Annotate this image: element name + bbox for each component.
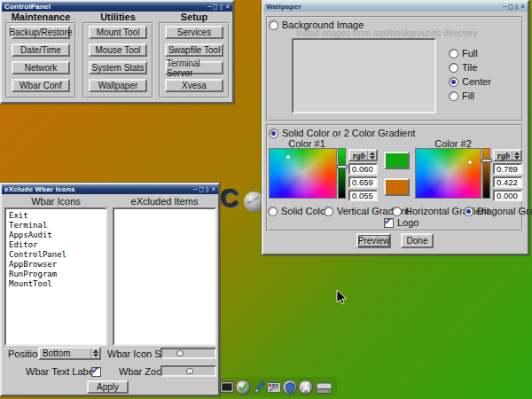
services-button[interactable]: Services xyxy=(165,26,223,39)
list-item[interactable]: Terminal xyxy=(6,221,106,231)
dock-mount-tool-drive-icon[interactable] xyxy=(315,379,334,395)
list-item[interactable]: AppBrowser xyxy=(6,260,106,270)
mode-tile-radio[interactable]: Tile xyxy=(449,62,477,73)
color2-b-field[interactable] xyxy=(493,190,522,201)
color1-b-field[interactable] xyxy=(348,190,378,201)
xvesa-button[interactable]: Xvesa xyxy=(165,79,223,92)
dock-apps-audit-icon[interactable] xyxy=(235,379,251,395)
color1-r-field[interactable] xyxy=(348,163,378,175)
dock-run-program-icon[interactable] xyxy=(298,379,314,395)
solid-color-label: Solid Color xyxy=(281,206,329,216)
close-icon[interactable]: × xyxy=(225,4,230,11)
list-item[interactable]: MountTool xyxy=(6,279,106,289)
preview-button[interactable]: Preview xyxy=(356,233,391,248)
radio-dot xyxy=(464,207,473,216)
radio-dot xyxy=(269,20,278,30)
solid-color-radio[interactable]: Solid Color xyxy=(268,206,329,216)
minimize-icon[interactable]: – xyxy=(193,186,198,193)
tinycore-logo-text: tiny core xyxy=(246,195,261,206)
color2-swatch xyxy=(384,178,410,196)
shade-icon[interactable]: ▯ xyxy=(205,186,209,193)
color2-value-slider[interactable] xyxy=(482,148,490,199)
shade-icon[interactable]: ▯ xyxy=(514,4,519,11)
done-button[interactable]: Done xyxy=(401,233,434,248)
mouse-cursor xyxy=(336,289,348,310)
background-image-list[interactable] xyxy=(292,38,436,113)
position-choice[interactable]: Bottom xyxy=(38,347,101,360)
minimize-icon[interactable]: – xyxy=(503,4,507,11)
icon-size-handle[interactable] xyxy=(176,350,184,356)
logo-label: Logo xyxy=(397,217,419,228)
column-header-maintenance: Maintenance xyxy=(5,12,76,22)
shade-icon[interactable]: ▯ xyxy=(219,4,223,11)
maximize-icon[interactable]: □ xyxy=(509,4,513,11)
list-item[interactable]: ControlPanel xyxy=(6,250,106,260)
radio-dot xyxy=(449,91,458,101)
backup-restore-button[interactable]: Backup/Restore xyxy=(12,26,70,39)
network-button[interactable]: Network xyxy=(12,61,70,74)
date-time-button[interactable]: Date/Time xyxy=(12,43,70,57)
radio-dot xyxy=(324,207,333,216)
apply-button[interactable]: Apply xyxy=(87,380,129,394)
exclude-titlebar[interactable]: eXclude Wbar Icons – □ ▯ × xyxy=(2,184,218,194)
dock-terminal-icon[interactable] xyxy=(219,379,235,395)
color1-slider-handle[interactable] xyxy=(337,165,348,168)
window-title: ControlPanel xyxy=(4,3,51,11)
zoom-handle[interactable] xyxy=(186,368,193,374)
maximize-icon[interactable]: □ xyxy=(200,186,204,193)
color2-picker-field[interactable] xyxy=(415,148,481,199)
wallpaper-button[interactable]: Wallpaper xyxy=(89,79,147,92)
diagonal-gradient-label: Diagonal Gradient xyxy=(477,206,532,216)
color1-picker-field[interactable] xyxy=(269,148,337,199)
color1-g-field[interactable] xyxy=(348,176,378,188)
wallpaper-titlebar[interactable]: Wallpaper – □ ▯ × xyxy=(263,2,528,12)
stepper-arrows-icon xyxy=(367,151,376,160)
close-icon[interactable]: × xyxy=(520,4,525,11)
mode-center-radio[interactable]: Center xyxy=(449,76,491,87)
dock-editor-pen-icon[interactable] xyxy=(251,379,267,395)
diagonal-gradient-radio[interactable]: Diagonal Gradient xyxy=(464,206,532,216)
system-stats-button[interactable]: System Stats xyxy=(89,61,147,74)
logo-checkbox[interactable] xyxy=(384,218,394,228)
close-icon[interactable]: × xyxy=(211,186,215,193)
wbar-text-labels-checkbox[interactable] xyxy=(91,367,101,377)
radio-dot xyxy=(449,63,458,73)
color1-value-slider[interactable] xyxy=(338,148,346,199)
dock-control-panel-icon[interactable] xyxy=(266,379,282,395)
mode-full-radio[interactable]: Full xyxy=(449,48,478,59)
wbar-conf-button[interactable]: Wbar Conf xyxy=(12,79,70,92)
minimize-icon[interactable]: – xyxy=(207,4,212,11)
list-item[interactable]: Editor xyxy=(6,240,106,250)
color1-marker[interactable] xyxy=(286,155,290,159)
logo-checkbox-row[interactable]: Logo xyxy=(384,217,419,228)
wbar-icon-size-slider[interactable] xyxy=(160,348,216,359)
color2-g-field[interactable] xyxy=(493,176,522,188)
color1-mode-label: rgb xyxy=(350,151,367,160)
control-panel-titlebar[interactable]: ControlPanel – □ ▯ × xyxy=(2,2,232,12)
color2-mode-choice[interactable]: rgb xyxy=(493,149,522,161)
color1-mode-choice[interactable]: rgb xyxy=(348,149,378,161)
list-item[interactable]: RunProgram xyxy=(6,270,106,279)
list-item[interactable]: AppsAudit xyxy=(6,231,106,240)
terminal-server-button[interactable]: Terminal Server xyxy=(165,61,223,74)
wbar-zoom-slider[interactable] xyxy=(160,365,216,377)
swapfile-tool-button[interactable]: Swapfile Tool xyxy=(165,43,223,57)
color2-r-field[interactable] xyxy=(493,163,522,175)
solid-gradient-label: Solid Color or 2 Color Gradient xyxy=(282,128,415,138)
control-panel-window: ControlPanel – □ ▯ × Maintenance Utiliti… xyxy=(0,0,234,104)
wbar-icons-list[interactable]: Exit Terminal AppsAudit Editor ControlPa… xyxy=(4,207,107,346)
mode-center-label: Center xyxy=(462,76,491,87)
excluded-items-list[interactable] xyxy=(113,207,216,346)
dock-app-browser-shield-icon[interactable] xyxy=(282,379,298,395)
color2-slider-handle[interactable] xyxy=(481,159,492,162)
stepper-arrows-icon xyxy=(90,348,99,358)
wbar-text-labels-label: Wbar Text Labels xyxy=(26,366,101,377)
color2-marker[interactable] xyxy=(468,160,472,164)
maximize-icon[interactable]: □ xyxy=(214,4,218,11)
list-item[interactable]: Exit xyxy=(6,211,106,221)
solid-gradient-radio[interactable]: Solid Color or 2 Color Gradient xyxy=(269,128,415,138)
mode-fill-radio[interactable]: Fill xyxy=(449,90,474,101)
window-title: eXclude Wbar Icons xyxy=(4,185,75,193)
mount-tool-button[interactable]: Mount Tool xyxy=(89,26,147,39)
mouse-tool-button[interactable]: Mouse Tool xyxy=(89,43,147,57)
